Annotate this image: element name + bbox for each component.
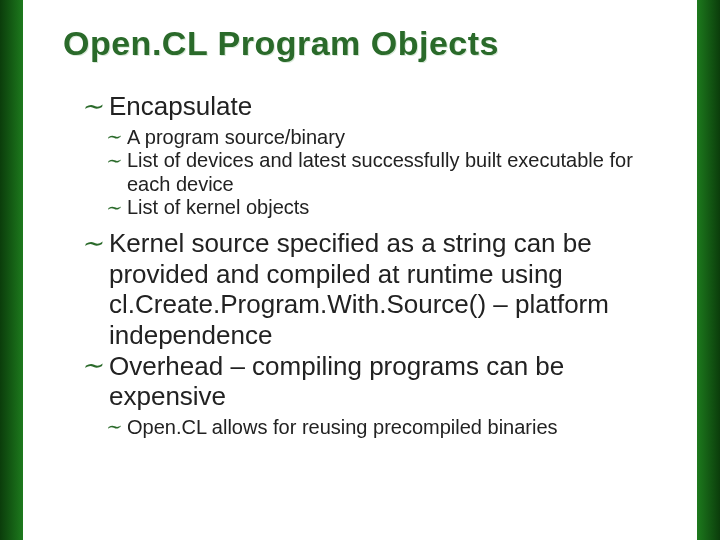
subbullet-source: ∼ A program source/binary bbox=[105, 126, 659, 150]
tilde-icon: ∼ bbox=[105, 416, 121, 438]
slide-title: Open.CL Program Objects bbox=[63, 24, 659, 63]
tilde-icon: ∼ bbox=[105, 150, 121, 172]
subbullet-kernels: ∼ List of kernel objects bbox=[105, 196, 659, 220]
bullet-text: List of devices and latest successfully … bbox=[127, 149, 659, 196]
subbullet-reuse: ∼ Open.CL allows for reusing precompiled… bbox=[105, 416, 659, 440]
bullet-encapsulate: ∼ Encapsulate bbox=[81, 91, 659, 122]
tilde-icon: ∼ bbox=[81, 229, 103, 260]
bullet-text: Kernel source specified as a string can … bbox=[109, 228, 659, 351]
bullet-kernel-source: ∼ Kernel source specified as a string ca… bbox=[81, 228, 659, 351]
bullet-text: Open.CL allows for reusing precompiled b… bbox=[127, 416, 558, 440]
bullet-text: Encapsulate bbox=[109, 91, 252, 122]
tilde-icon: ∼ bbox=[105, 126, 121, 148]
slide-content: Open.CL Program Objects ∼ Encapsulate ∼ … bbox=[23, 0, 697, 540]
bullet-text: Overhead – compiling programs can be exp… bbox=[109, 351, 659, 412]
tilde-icon: ∼ bbox=[81, 351, 103, 382]
bullet-text: A program source/binary bbox=[127, 126, 345, 150]
tilde-icon: ∼ bbox=[105, 197, 121, 219]
tilde-icon: ∼ bbox=[81, 92, 103, 123]
subbullet-devices: ∼ List of devices and latest successfull… bbox=[105, 149, 659, 196]
bullet-overhead: ∼ Overhead – compiling programs can be e… bbox=[81, 351, 659, 412]
slide: Open.CL Program Objects ∼ Encapsulate ∼ … bbox=[0, 0, 720, 540]
bullet-text: List of kernel objects bbox=[127, 196, 309, 220]
